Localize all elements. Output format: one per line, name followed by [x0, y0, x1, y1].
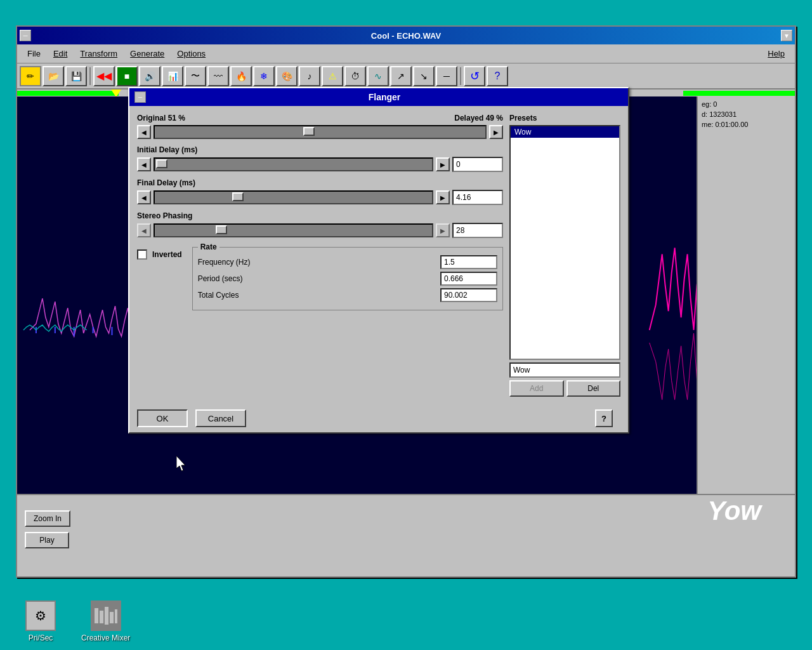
delayed-label: Delayed 49 % [454, 114, 503, 123]
toolbar-spectrum[interactable]: 📊 [162, 66, 183, 86]
rate-group: Rate Frequency (Hz) 1.5 Period (secs) 0.… [192, 247, 503, 310]
stereo-phasing-slider-row: ◀ ▶ 28 [137, 223, 503, 238]
menu-transform[interactable]: Transform [74, 47, 124, 60]
toolbar-excl[interactable]: ⚠ [322, 66, 343, 86]
stereo-phasing-label: Stereo Phasing [137, 211, 503, 220]
toolbar-up[interactable]: ↗ [390, 66, 412, 86]
total-cycles-label: Total Cycles [198, 291, 239, 300]
menu-file[interactable]: File [21, 47, 47, 60]
frequency-row: Frequency (Hz) 1.5 [198, 255, 497, 269]
toolbar-loop[interactable]: ↺ [464, 66, 485, 86]
preset-del-button[interactable]: Del [566, 380, 621, 397]
original-label: Original 51 % [137, 114, 185, 123]
dialog-system-menu[interactable]: ─ [134, 91, 146, 103]
toolbar-speaker[interactable]: 🔊 [139, 66, 160, 86]
toolbar-color[interactable]: 🎨 [276, 66, 298, 86]
toolbar-flame[interactable]: 🔥 [230, 66, 252, 86]
creative-mixer-label: Creative Mixer [81, 633, 130, 642]
menu-edit[interactable]: Edit [47, 47, 74, 60]
inverted-row: Inverted [137, 249, 182, 260]
stereo-left-btn[interactable]: ◀ [137, 223, 151, 237]
ok-button[interactable]: OK [137, 409, 188, 427]
mix-slider-track[interactable] [154, 125, 487, 139]
play-button[interactable]: Play [25, 532, 69, 548]
initial-delay-label: Initial Delay (ms) [137, 145, 503, 154]
svg-rect-10 [115, 609, 117, 623]
svg-rect-9 [110, 612, 114, 623]
dialog-left-panel: Original 51 % Delayed 49 % ◀ ▶ Initial D… [137, 114, 503, 397]
presets-panel: Presets Wow Add Del [509, 114, 620, 397]
zoom-in-button[interactable]: Zoom In [25, 510, 70, 527]
menu-bar: File Edit Transform Generate Options Hel… [17, 44, 795, 63]
cancel-button[interactable]: Cancel [195, 409, 246, 427]
period-label: Period (secs) [198, 274, 243, 283]
mix-slider-thumb[interactable] [303, 127, 315, 136]
toolbar-sine[interactable]: ∿ [367, 66, 389, 86]
preset-name-input[interactable] [509, 362, 620, 378]
window-title: Cool - ECHO.WAV [31, 31, 781, 41]
toolbar-new[interactable]: ✏ [20, 66, 41, 86]
stereo-value[interactable]: 28 [452, 223, 503, 238]
final-delay-left-btn[interactable]: ◀ [137, 190, 151, 204]
presets-label: Presets [509, 114, 620, 123]
system-menu-button[interactable]: ─ [20, 30, 31, 41]
preset-item-wow[interactable]: Wow [511, 126, 619, 138]
help-button[interactable]: ? [595, 409, 613, 427]
toolbar-open[interactable]: 📂 [43, 66, 64, 86]
initial-delay-right-btn[interactable]: ▶ [436, 157, 450, 171]
status-beg: eg: 0 [702, 100, 791, 108]
total-cycles-value[interactable]: 90.002 [440, 288, 497, 302]
flanger-dialog: ─ Flanger Original 51 % Delayed 49 % ◀ ▶ [128, 87, 629, 434]
final-delay-track[interactable] [154, 190, 433, 204]
toolbar-rewind[interactable]: ◀◀ [93, 66, 115, 86]
final-delay-value[interactable]: 4.16 [452, 190, 503, 205]
dialog-body: Original 51 % Delayed 49 % ◀ ▶ Initial D… [129, 106, 628, 404]
frequency-label: Frequency (Hz) [198, 258, 251, 267]
toolbar-stop[interactable]: ■ [116, 66, 138, 86]
taskbar-item-prisec[interactable]: ⚙ Pri/Sec [25, 600, 56, 642]
initial-delay-left-btn[interactable]: ◀ [137, 157, 151, 171]
toolbar-note[interactable]: ♪ [299, 66, 320, 86]
main-window: ─ Cool - ECHO.WAV ▼ File Edit Transform … [16, 25, 796, 578]
toolbar-snowflake[interactable]: ❄ [253, 66, 275, 86]
final-delay-right-btn[interactable]: ▶ [436, 190, 450, 204]
stereo-right-btn[interactable]: ▶ [436, 223, 450, 237]
dialog-footer: OK Cancel ? [129, 404, 628, 432]
yow-text: Yow [707, 496, 761, 526]
stereo-thumb[interactable] [216, 225, 227, 234]
toolbar-save[interactable]: 💾 [65, 66, 87, 86]
stereo-track[interactable] [154, 223, 433, 237]
presets-list[interactable]: Wow [509, 125, 620, 360]
svg-rect-8 [105, 607, 108, 625]
toolbar-down[interactable]: ↘ [413, 66, 435, 86]
toolbar-sep2 [460, 67, 461, 85]
mix-left-btn[interactable]: ◀ [137, 125, 151, 139]
progress-fill-left [17, 91, 119, 96]
maximize-button[interactable]: ▼ [781, 30, 792, 41]
initial-delay-track[interactable] [154, 157, 433, 171]
toolbar-clock[interactable]: ⏱ [344, 66, 366, 86]
toolbar: ✏ 📂 💾 ◀◀ ■ 🔊 📊 〜 〰 🔥 ❄ 🎨 ♪ ⚠ ⏱ ∿ ↗ ↘ ─ ↺… [17, 63, 795, 89]
menu-generate[interactable]: Generate [124, 47, 171, 60]
rate-label: Rate [198, 242, 219, 251]
status-time: me: 0:01:00.00 [702, 121, 791, 128]
menu-help[interactable]: Help [761, 47, 791, 60]
preset-add-button[interactable]: Add [509, 380, 564, 397]
toolbar-wave[interactable]: 〜 [185, 66, 206, 86]
frequency-value[interactable]: 1.5 [440, 255, 497, 269]
mix-right-btn[interactable]: ▶ [489, 125, 503, 139]
period-value[interactable]: 0.666 [440, 272, 497, 286]
preset-buttons: Add Del [509, 380, 620, 397]
taskbar-item-creative-mixer[interactable]: Creative Mixer [81, 600, 130, 642]
creative-mixer-icon [91, 600, 121, 631]
toolbar-help[interactable]: ? [487, 66, 508, 86]
dialog-title-text: Flanger [146, 92, 623, 102]
toolbar-flat[interactable]: ─ [436, 66, 457, 86]
final-delay-thumb[interactable] [232, 192, 244, 201]
toolbar-wave2[interactable]: 〰 [207, 66, 229, 86]
initial-delay-value[interactable]: 0 [452, 157, 503, 172]
menu-options[interactable]: Options [171, 47, 212, 60]
toolbar-sep1 [89, 67, 91, 85]
inverted-checkbox[interactable] [137, 249, 147, 260]
initial-delay-thumb[interactable] [156, 159, 167, 168]
